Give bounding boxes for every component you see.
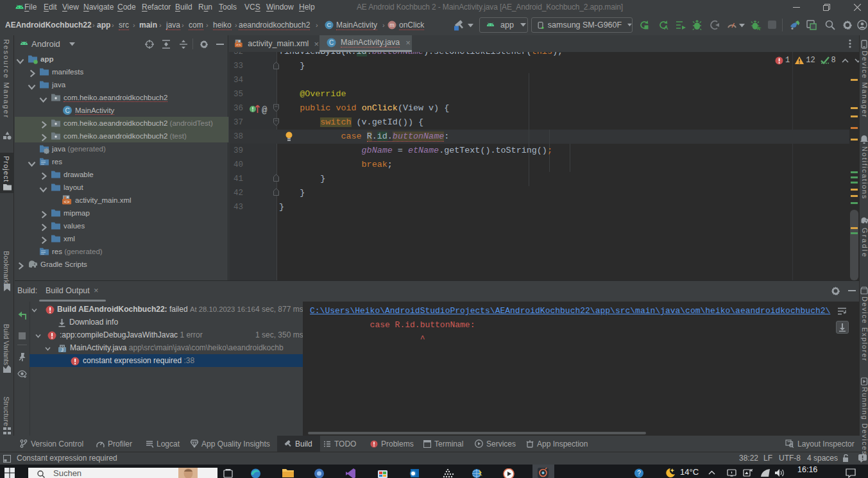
svg-text:A: A bbox=[664, 24, 668, 30]
svg-text:<>: <> bbox=[64, 200, 71, 205]
svg-text:<>: <> bbox=[236, 43, 241, 47]
svg-text:C: C bbox=[327, 21, 332, 28]
svg-text:C: C bbox=[65, 107, 69, 114]
svg-text:J: J bbox=[61, 348, 64, 352]
svg-text:m: m bbox=[389, 22, 395, 28]
svg-text:C: C bbox=[329, 39, 334, 46]
svg-text:?: ? bbox=[637, 470, 641, 477]
